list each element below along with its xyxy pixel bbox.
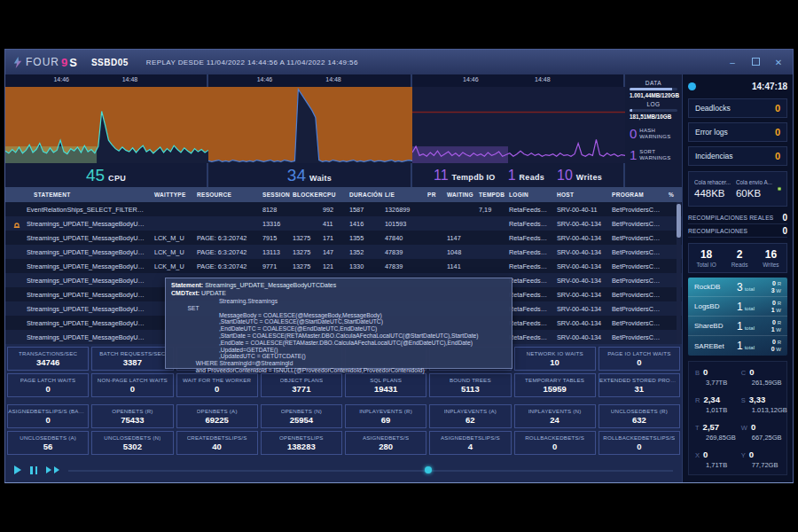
metric-tile[interactable]: UNCLOSEDBETS (N)5302	[91, 431, 173, 455]
data-cell: SRV-00-40-134	[550, 319, 605, 327]
column-header[interactable]: PROGRAM	[605, 192, 661, 198]
app-logo: FOUR9S	[12, 56, 77, 69]
metric-tile[interactable]: PAGE LATCH WAITS0	[7, 373, 89, 397]
pause-button[interactable]	[30, 466, 37, 474]
replay-position-slider[interactable]	[68, 466, 673, 474]
column-header[interactable]: L/E	[378, 192, 420, 198]
metric-tile[interactable]: EXTENDED STORED PROCE...31	[598, 373, 680, 397]
statement-row[interactable]: Streamings_UPDATE_MessageBodyUTCDates133…	[5, 216, 682, 231]
metric-tile[interactable]: BATCH REQUESTS/SEC3387	[91, 347, 173, 371]
metric-tile[interactable]: TRANSACTIONS/SEC34746	[7, 347, 89, 371]
column-header[interactable]: RESOURCE	[190, 192, 255, 198]
column-header[interactable]: WAITING	[440, 192, 472, 198]
column-header[interactable]: SESSION	[255, 192, 286, 198]
slider-knob[interactable]	[425, 466, 432, 473]
metric-tile[interactable]: ROLLBACKEDBETS/S0	[514, 431, 596, 455]
metric-tile[interactable]: PAGE IO LATCH WAITS0	[598, 347, 680, 371]
alert-row-deadlocks[interactable]: Deadlocks0	[688, 98, 787, 118]
data-cell: 1330	[342, 262, 378, 270]
metric-tile[interactable]: ASIGNEDBETSLIPS/S4	[429, 431, 511, 455]
io-summary-stat: 18Total IO	[696, 248, 716, 268]
statement-cell: Streamings_UPDATE_MessageBodyUTCDates	[5, 291, 147, 299]
statement-row[interactable]: Streamings_UPDATE_MessageBodyUTCDatesLCK…	[5, 231, 682, 245]
metric-tile[interactable]: UNCLOSEDBETS (A)56	[7, 431, 89, 455]
statement-row[interactable]: Streamings_UPDATE_MessageBodyUTCDatesLCK…	[5, 245, 682, 259]
metric-tile[interactable]: UNCLOSEDBETS (R)632	[598, 404, 680, 428]
alert-row-incidencias[interactable]: Incidencias0	[688, 146, 787, 166]
metric-tile[interactable]: ASIGNEDBETS/S280	[345, 431, 426, 455]
column-header[interactable]: STATEMENT	[5, 192, 147, 198]
data-cell: 47840	[378, 234, 420, 242]
column-header[interactable]: %	[661, 192, 672, 198]
slider-track[interactable]	[68, 470, 673, 472]
statement-row[interactable]: EventRelationShips_SELECT_FILTER_Actives…	[5, 202, 682, 216]
metric-tile[interactable]: CREATEDBETSLIPS/S40	[176, 431, 258, 455]
io-chart-panel[interactable]: 14:4614:48 11Tempdb IO1Reads10Writes	[412, 74, 625, 187]
metric-tile[interactable]: BOUND TREES5113	[429, 373, 511, 397]
database-row-logsbd[interactable]: LogsBD1total0 R1 W	[688, 297, 787, 317]
statement-cell: EventRelationShips_SELECT_FILTER_Actives…	[5, 206, 147, 214]
data-cell: 1147	[440, 234, 472, 242]
cpu-chart-panel[interactable]: 14:4614:48 45CPU	[5, 74, 208, 187]
database-row-rockdb[interactable]: RockDB3total0 R3 W	[688, 278, 787, 297]
io-chart[interactable]	[412, 87, 625, 163]
database-row-sarebet[interactable]: SAREBet1total0 R0 W	[688, 336, 787, 356]
metric-tile[interactable]: NON-PAGE LATCH WAITS0	[91, 373, 173, 397]
data-cell: PAGE: 6:3:20742	[190, 248, 255, 256]
app-window: FOUR9S SSBD05 REPLAY DESDE 11/04/2022 14…	[4, 49, 794, 483]
column-header[interactable]: LOGIN	[502, 192, 550, 198]
charts-row: 14:4614:48 45CPU 14:4614:48 34Waits 14:4…	[5, 74, 682, 187]
scrollbar-thumb[interactable]	[677, 204, 681, 238]
column-header[interactable]: BLOCKER	[286, 192, 316, 198]
metric-tile[interactable]: OBJECT PLANS3771	[261, 373, 342, 397]
column-header[interactable]: HOST	[550, 192, 605, 198]
disk-stat-s: S3,331.013,12GB	[741, 395, 787, 414]
metric-tile[interactable]: TEMPORARY TABLES15959	[514, 373, 596, 397]
close-button[interactable]: ✕	[771, 58, 786, 67]
sidebar: 14:47:18 Deadlocks0Error logs0Incidencia…	[682, 74, 793, 482]
metric-tile[interactable]: OPENBETSLIPS138283	[261, 431, 342, 455]
cpu-chart[interactable]	[5, 87, 208, 163]
log-file-label: LOG	[630, 101, 677, 107]
alert-row-error-logs[interactable]: Error logs0	[688, 122, 787, 142]
metric-tile[interactable]: ROLLBACKEDBETSLIPS/S0	[598, 431, 680, 455]
metric-tile[interactable]: OPENBETS (A)69225	[176, 404, 258, 428]
replay-range-label: REPLAY DESDE 11/04/2022 14:44:56 A 11/04…	[146, 59, 358, 66]
data-cell: BetProvidersConn...	[605, 291, 661, 299]
metric-tile[interactable]: INPLAYEVENTS (A)62	[429, 404, 511, 428]
metric-tile[interactable]: NETWORK IO WAITS10	[514, 347, 596, 371]
disk-stat-y: Y077,72GB	[741, 450, 787, 469]
minimize-button[interactable]: –	[725, 58, 739, 67]
fast-forward-button[interactable]	[46, 466, 59, 473]
data-cell: RetaFeedsUsr	[502, 234, 550, 242]
column-header[interactable]: WAITTYPE	[147, 192, 190, 198]
status-dot-icon[interactable]	[688, 82, 696, 90]
data-cell: 171	[316, 234, 342, 242]
tooltip-sql-text: Streaming.Streamings SET MessageBody = C…	[171, 298, 506, 374]
time-tick: 14:48	[122, 76, 138, 82]
column-header[interactable]: DURACIÓN	[342, 192, 378, 198]
metric-tile[interactable]: OPENBETS (N)25954	[261, 404, 342, 428]
maximize-button[interactable]	[748, 58, 763, 67]
column-header[interactable]: TEMPDB	[472, 192, 502, 198]
data-cell: PAGE: 6:3:20742	[190, 234, 255, 242]
table-scrollbar[interactable]	[677, 202, 681, 344]
metric-tile[interactable]: SQL PLANS19431	[345, 373, 426, 397]
play-button[interactable]	[14, 466, 21, 474]
metric-tile[interactable]: OPENBETS (R)75433	[91, 404, 173, 428]
data-cell: BetProvidersConn...	[605, 305, 661, 313]
column-header[interactable]: PR	[420, 192, 440, 198]
data-cell: 1587	[342, 206, 378, 214]
data-cell: RetaFeedsUsr	[502, 206, 550, 214]
database-row-sharebd[interactable]: ShareBD1total0 R1 W	[688, 317, 787, 336]
statement-row[interactable]: Streamings_UPDATE_MessageBodyUTCDatesLCK…	[5, 259, 682, 273]
waits-chart-panel[interactable]: 14:4614:48 34Waits	[208, 74, 412, 187]
metric-tile[interactable]: WAIT FOR THE WORKER0	[176, 373, 258, 397]
metric-tile[interactable]: ASIGNEDBETSLIPS/S (BANA...0	[7, 404, 89, 428]
metric-tile[interactable]: INPLAYEVENTS (R)69	[345, 404, 426, 428]
data-cell: BetProvidersConn...	[605, 277, 661, 285]
metric-tile[interactable]: INPLAYEVENTS (N)24	[514, 404, 596, 428]
waits-chart[interactable]	[208, 87, 412, 163]
column-header[interactable]: CPU	[316, 192, 342, 198]
data-cell: SRV-00-40-134	[550, 234, 605, 242]
